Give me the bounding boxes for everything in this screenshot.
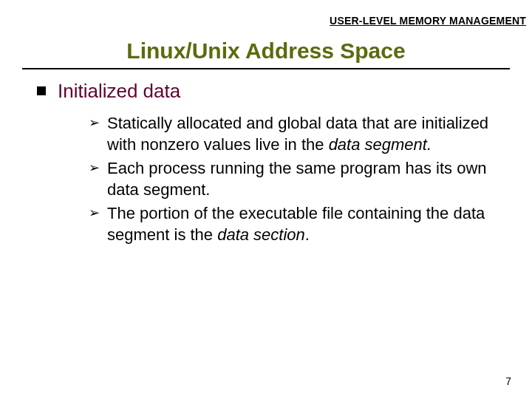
list-item: ➢ Each process running the same program … (89, 158, 502, 200)
content-area: Initialized data ➢ Statically allocated … (37, 80, 510, 249)
list-item-text: Each process running the same program ha… (107, 158, 502, 200)
slide-title: Linux/Unix Address Space (0, 38, 532, 64)
list-item: ➢ Statically allocated and global data t… (89, 113, 502, 155)
chevron-right-icon: ➢ (89, 115, 100, 132)
text-pre: Each process running the same program ha… (107, 159, 487, 199)
text-post: . (305, 225, 310, 244)
list-item-text: Statically allocated and global data tha… (107, 113, 502, 155)
text-em: data section (217, 225, 305, 244)
title-rule (22, 68, 510, 69)
sub-bullet-list: ➢ Statically allocated and global data t… (89, 113, 502, 246)
section-heading: Initialized data (58, 80, 180, 103)
page-number: 7 (505, 375, 511, 387)
header-label: USER-LEVEL MEMORY MANAGEMENT (330, 15, 526, 27)
section-heading-row: Initialized data (37, 80, 510, 103)
square-bullet-icon (37, 86, 46, 95)
chevron-right-icon: ➢ (89, 205, 100, 222)
chevron-right-icon: ➢ (89, 160, 100, 177)
list-item-text: The portion of the executable file conta… (107, 203, 502, 245)
text-em: data segment. (329, 135, 432, 154)
list-item: ➢ The portion of the executable file con… (89, 203, 502, 245)
